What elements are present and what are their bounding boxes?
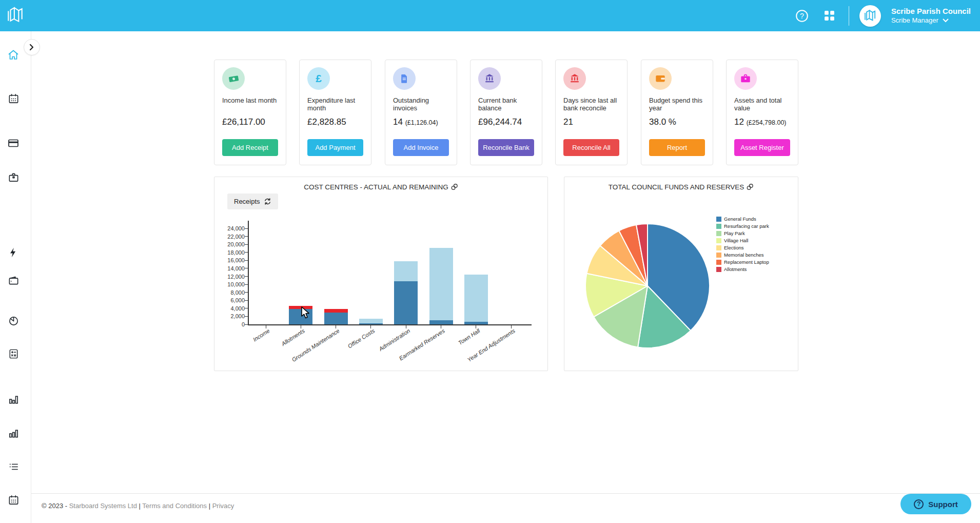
bar-segment-actual[interactable]	[429, 320, 453, 324]
footer-link-privacy[interactable]: Privacy	[212, 502, 234, 510]
bar-segment-actual[interactable]	[464, 322, 488, 324]
y-tick	[245, 308, 248, 308]
bar-segment-actual[interactable]	[359, 323, 383, 324]
card-outstanding-invoices: Outstanding invoices 14 (£1,126.04) Add …	[385, 60, 457, 165]
legend-row: Elections	[716, 245, 769, 250]
y-tick-label: 20,000	[214, 241, 245, 247]
y-tick-label: 22,000	[214, 234, 245, 240]
avatar[interactable]	[859, 5, 881, 27]
card-value: £2,828.85	[307, 117, 363, 127]
add-receipt-button[interactable]: Add Receipt	[222, 139, 278, 156]
legend-row: Village Hall	[716, 238, 769, 243]
role-name: Scribe Manager	[891, 16, 938, 25]
calculator-icon	[8, 348, 19, 360]
bar-segment-remaining[interactable]	[359, 319, 383, 323]
y-tick	[245, 236, 248, 237]
sidebar-item-vat[interactable]	[7, 347, 20, 360]
sidebar-expand-button[interactable]	[24, 39, 40, 55]
add-invoice-button[interactable]: Add Invoice	[393, 139, 449, 156]
apps-grid-icon[interactable]	[821, 7, 838, 25]
svg-text:?: ?	[800, 12, 804, 20]
calendar-grid-icon	[8, 494, 19, 506]
y-tick-label: 24,000	[214, 225, 245, 231]
x-tick-label: Income	[252, 327, 271, 343]
bar-segment-remaining[interactable]	[464, 275, 488, 322]
legend-swatch	[716, 245, 721, 250]
chevron-right-icon	[29, 44, 35, 51]
link-icon[interactable]	[746, 183, 754, 190]
y-tick	[245, 316, 248, 317]
topbar-divider	[849, 6, 849, 26]
sidebar-item-lists[interactable]	[7, 460, 20, 473]
y-tick-label: 4,000	[214, 305, 245, 312]
sidebar-item-year-planner[interactable]	[7, 493, 20, 507]
copyright-text: © 2023 -	[42, 502, 67, 510]
bar-segment-actual[interactable]	[289, 309, 312, 324]
x-tick-label: Allotments	[280, 327, 306, 347]
bar-segment-remaining[interactable]	[394, 261, 418, 281]
report-button[interactable]: Report	[649, 139, 705, 156]
y-tick	[245, 324, 248, 325]
y-tick	[245, 292, 248, 293]
y-tick-label: 18,000	[214, 249, 245, 256]
sidebar-item-payments[interactable]	[7, 137, 20, 150]
card-value: 21	[563, 117, 619, 127]
sidebar-item-work[interactable]	[7, 170, 20, 184]
sidebar-item-budget-pie[interactable]	[7, 314, 20, 327]
card-expenditure: £ Expenditure last month £2,828.85 Add P…	[299, 60, 371, 165]
support-button[interactable]: ? Support	[900, 494, 971, 514]
sidebar-item-quick-actions[interactable]	[7, 246, 20, 259]
y-tick-label: 6,000	[214, 297, 245, 303]
bar-segment-overspend[interactable]	[289, 306, 312, 309]
card-label: Days since last all bank reconcile	[563, 96, 619, 112]
bar-segment-actual[interactable]	[324, 313, 348, 324]
x-tick-label: Office Costs	[347, 327, 376, 350]
sidebar	[0, 31, 31, 523]
legend-row: Play Park	[716, 230, 769, 236]
bar-plot: 02,0004,0006,0008,00010,00012,00014,0001…	[214, 177, 548, 372]
x-tick-label: Administration	[378, 327, 411, 352]
footer-link-terms[interactable]: Terms and Conditions	[142, 502, 207, 510]
legend-swatch	[716, 217, 721, 222]
question-icon: ?	[914, 499, 924, 509]
y-tick-label: 8,000	[214, 289, 245, 296]
wallet-icon	[649, 67, 672, 90]
bar-segment-overspend[interactable]	[324, 309, 348, 313]
card-days-since-reconcile: Days since last all bank reconcile 21 Re…	[555, 60, 628, 165]
legend-label: Memorial benches	[724, 252, 764, 258]
footer-link-company[interactable]: Starboard Systems Ltd	[69, 502, 137, 510]
reconcile-bank-button[interactable]: Reconcile Bank	[478, 139, 534, 156]
card-value: £96,244.74	[478, 117, 534, 127]
invoice-icon	[393, 67, 416, 90]
legend-label: Allotments	[724, 266, 747, 272]
legend-row: General Funds	[716, 216, 769, 222]
sidebar-item-wallet[interactable]	[7, 274, 20, 287]
asset-register-button[interactable]: Asset Register	[734, 139, 790, 156]
calendar-icon	[8, 93, 19, 105]
legend-label: Elections	[724, 245, 744, 250]
reconcile-all-button[interactable]: Reconcile All	[563, 139, 619, 156]
card-budget-spend: Budget spend this year 38.0 % Report	[641, 60, 713, 165]
y-tick	[245, 252, 248, 253]
pie-chart[interactable]	[581, 219, 714, 353]
funds-reserves-chart-card: TOTAL COUNCIL FUNDS AND RESERVES General…	[564, 177, 798, 371]
scribe-logo-icon	[6, 6, 25, 25]
card-value: 14 (£1,126.04)	[393, 117, 449, 127]
help-icon[interactable]: ?	[793, 7, 811, 25]
bank-icon	[478, 67, 501, 90]
bar-segment-actual[interactable]	[394, 281, 418, 324]
legend-swatch	[716, 224, 721, 229]
sidebar-item-budget-reports[interactable]	[7, 427, 20, 440]
sidebar-item-calendar[interactable]	[7, 92, 20, 105]
bar-segment-remaining[interactable]	[429, 248, 453, 320]
y-tick	[245, 284, 248, 285]
bar-chart-alt-icon	[8, 428, 19, 439]
card-label: Budget spend this year	[649, 96, 705, 112]
legend-swatch	[716, 231, 721, 236]
add-payment-button[interactable]: Add Payment	[307, 139, 363, 156]
sidebar-item-home[interactable]	[7, 48, 20, 62]
sidebar-item-reports[interactable]	[7, 393, 20, 406]
user-menu[interactable]: Scribe Parish Council Scribe Manager	[891, 7, 971, 25]
legend-label: Replacement Laptop	[724, 259, 769, 265]
card-label: Current bank balance	[478, 96, 534, 112]
